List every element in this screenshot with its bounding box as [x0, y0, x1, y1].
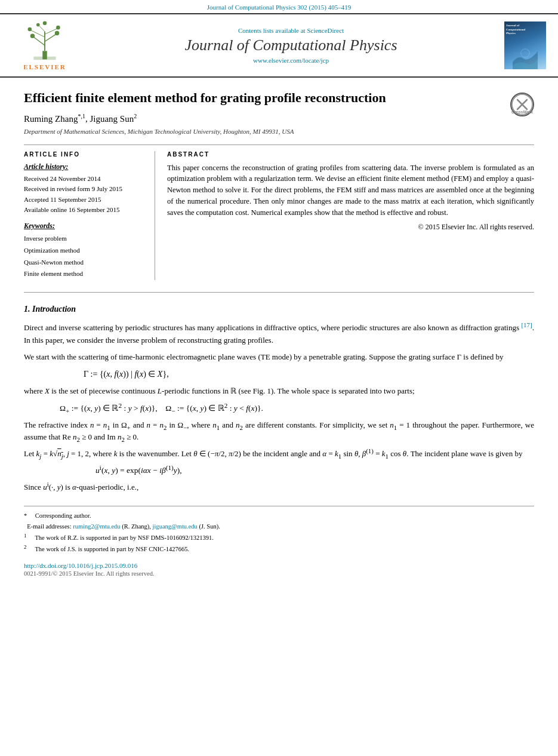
- journal-name: Journal of Computational Physics: [78, 36, 504, 54]
- doi-link[interactable]: http://dx.doi.org/10.1016/j.jcp.2015.09.…: [24, 562, 137, 569]
- uinc-definition: ui(x, y) = exp(iαx − iβ(1)y),: [60, 466, 534, 475]
- received-revised-date: Received in revised form 9 July 2015: [24, 184, 146, 195]
- section-divider: [24, 292, 534, 293]
- svg-line-2: [33, 37, 45, 45]
- abstract-text: This paper concerns the reconstruction o…: [167, 162, 534, 219]
- authors-line: Ruming Zhang*,1, Jiguang Sun2: [24, 114, 534, 124]
- fn2-sup: 2: [24, 544, 26, 550]
- affiliation: Department of Mathematical Sciences, Mic…: [24, 128, 534, 135]
- journal-header: ELSEVIER Contents lists available at Sci…: [0, 14, 558, 78]
- svg-point-10: [56, 26, 60, 30]
- keyword-1: Inverse problem: [24, 233, 146, 245]
- svg-text:CrossMark: CrossMark: [511, 110, 533, 114]
- citation-17[interactable]: [17]: [521, 321, 532, 328]
- elsevier-brand: ELSEVIER: [23, 63, 66, 70]
- fn1-sup: 1: [24, 533, 26, 539]
- available-date: Available online 16 September 2015: [24, 205, 146, 216]
- svg-point-9: [28, 27, 32, 32]
- article-info-label: ARTICLE INFO: [24, 151, 146, 158]
- copyright-notice: © 2015 Elsevier Inc. All rights reserved…: [167, 223, 534, 232]
- footer-copyright: 0021-9991/© 2015 Elsevier Inc. All right…: [24, 570, 534, 577]
- author2-sup: 2: [134, 113, 137, 119]
- intro-para1: Direct and inverse scattering by periodi…: [24, 320, 534, 346]
- journal-cover-image: Journal ofComputationalPhysics: [504, 21, 546, 69]
- article-info-column: ARTICLE INFO Article history: Received 2…: [24, 151, 155, 281]
- svg-rect-13: [33, 57, 56, 60]
- author2-name: , Jiguang Sun: [85, 114, 134, 124]
- sciencedirect-link[interactable]: ScienceDirect: [307, 27, 344, 34]
- elsevier-logo: ELSEVIER: [12, 20, 78, 70]
- abstract-column: ABSTRACT This paper concerns the reconst…: [167, 151, 534, 281]
- article-history: Article history: Received 24 November 20…: [24, 162, 146, 216]
- svg-point-11: [36, 23, 40, 27]
- refractive-index-text: The refractive index n = n1 in Ω+ and n …: [24, 419, 534, 443]
- footnote-star: * Corresponding author.: [24, 511, 534, 521]
- author1-sup: *,1: [78, 113, 85, 119]
- svg-point-7: [30, 33, 35, 38]
- footnote-email: E-mail addresses: ruming2@mtu.edu (R. Zh…: [24, 522, 534, 532]
- author1-name: Ruming Zhang: [24, 114, 78, 124]
- fn1-text: The work of R.Z. is supported in part by…: [35, 534, 214, 541]
- omega-definition: Ω+ := {(x, y) ∈ ℝ2 : y > f(x)}, Ω− := {(…: [60, 403, 534, 413]
- history-title: Article history:: [24, 162, 146, 171]
- keywords-title: Keywords:: [24, 222, 146, 231]
- intro-para2: We start with the scattering of time-har…: [24, 351, 534, 363]
- email-label: E-mail addresses:: [27, 523, 71, 530]
- gamma-definition: Γ := {(x, f(x)) | f(x) ∈ X},: [60, 369, 534, 379]
- journal-title-area: Contents lists available at ScienceDirec…: [78, 27, 504, 64]
- section-name: Introduction: [32, 305, 76, 314]
- cover-text: Journal ofComputationalPhysics: [506, 24, 525, 36]
- crossmark-badge[interactable]: CrossMark: [510, 93, 534, 116]
- accepted-date: Accepted 11 September 2015: [24, 195, 146, 205]
- footnote-2: 2 The work of J.S. is supported in part …: [24, 545, 534, 555]
- journal-url[interactable]: www.elsevier.com/locate/jcp: [78, 57, 504, 64]
- main-content: CrossMark Efficient finite element metho…: [0, 78, 558, 589]
- footer-doi[interactable]: http://dx.doi.org/10.1016/j.jcp.2015.09.…: [24, 562, 534, 569]
- keywords-section: Keywords: Inverse problem Optimization m…: [24, 222, 146, 280]
- abstract-label: ABSTRACT: [167, 151, 534, 158]
- svg-point-12: [43, 21, 47, 25]
- two-column-section: ARTICLE INFO Article history: Received 2…: [24, 145, 534, 281]
- journal-reference-bar: Journal of Computational Physics 302 (20…: [0, 0, 558, 14]
- intro-section-title: 1. Introduction: [24, 305, 534, 314]
- journal-ref-text: Journal of Computational Physics 302 (20…: [207, 4, 351, 11]
- keyword-3: Quasi-Newton method: [24, 257, 146, 269]
- svg-point-8: [55, 31, 59, 35]
- received-date: Received 24 November 2014: [24, 174, 146, 185]
- section-number: 1.: [24, 305, 30, 314]
- corresponding-author-label: Corresponding author.: [35, 512, 91, 519]
- fn2-text: The work of J.S. is supported in part by…: [35, 546, 189, 552]
- keyword-2: Optimization method: [24, 245, 146, 257]
- since-text: Since ui(·, y) is α-quasi-periodic, i.e.…: [24, 481, 534, 493]
- svg-line-6: [39, 26, 45, 31]
- keyword-4: Finite element method: [24, 268, 146, 280]
- paper-title: Efficient finite element method for grat…: [24, 90, 534, 107]
- author1-email[interactable]: ruming2@mtu.edu: [73, 523, 120, 530]
- svg-line-3: [45, 34, 56, 41]
- author2-email[interactable]: jiguang@mtu.edu: [153, 523, 198, 530]
- footnote-1: 1 The work of R.Z. is supported in part …: [24, 533, 534, 543]
- kj-text: Let kj = k√nj, j = 1, 2, where k is the …: [24, 448, 534, 460]
- keywords-list: Inverse problem Optimization method Quas…: [24, 233, 146, 280]
- sciencedirect-text: Contents lists available at ScienceDirec…: [78, 27, 504, 34]
- where-text: where X is the set of piecewise continuo…: [24, 385, 534, 397]
- footnotes: * Corresponding author. E-mail addresses…: [24, 506, 534, 555]
